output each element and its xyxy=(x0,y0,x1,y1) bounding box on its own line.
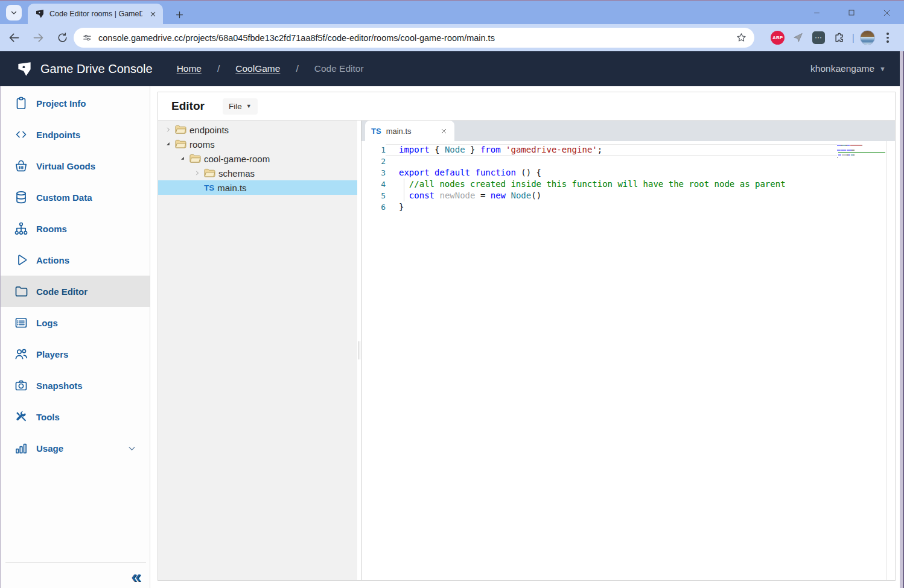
forward-button[interactable] xyxy=(30,30,46,46)
file-menu-button[interactable]: File ▼ xyxy=(223,98,258,115)
sidebar-item-actions[interactable]: Actions xyxy=(1,244,150,276)
tab-close-icon[interactable] xyxy=(147,8,158,19)
sidebar-item-label: Tools xyxy=(36,412,60,422)
token-pl: = xyxy=(475,191,490,200)
sidebar-item-label: Project Info xyxy=(36,98,86,109)
editor-tab-close-icon[interactable] xyxy=(439,126,448,136)
sidebar-item-custom-data[interactable]: Custom Data xyxy=(1,182,150,213)
adblock-extension-icon[interactable]: ABP xyxy=(768,31,788,45)
breadcrumb-project[interactable]: CoolGame xyxy=(235,63,280,74)
line-text: const newNode = new Node() xyxy=(386,190,837,201)
code-line-6[interactable]: 6} xyxy=(361,201,837,213)
editor-tab-main-ts[interactable]: TS main.ts xyxy=(365,121,454,141)
token-st: 'gamedrive-engine' xyxy=(506,145,597,154)
play-icon xyxy=(14,253,28,267)
browser-toolbar: console.gamedrive.cc/projects/68a045fbde… xyxy=(0,24,904,51)
sidebar-item-label: Usage xyxy=(36,443,63,454)
tree-collapsed-arrow-icon[interactable] xyxy=(163,125,173,135)
window-maximize-button[interactable] xyxy=(842,4,861,22)
code-line-5[interactable]: 5 const newNode = new Node() xyxy=(361,190,837,201)
token-kw: from xyxy=(480,145,501,154)
tree-expanded-arrow-icon[interactable] xyxy=(163,139,173,150)
tree-row-endpoints[interactable]: endpoints xyxy=(158,122,357,137)
tree-label: endpoints xyxy=(189,125,229,135)
code-line-4[interactable]: 4 //all nodes created inside this functi… xyxy=(361,179,837,190)
breadcrumb-home[interactable]: Home xyxy=(177,63,202,74)
window-close-button[interactable] xyxy=(877,4,896,22)
sidebar-item-snapshots[interactable]: Snapshots xyxy=(1,370,150,401)
chevron-down-icon: ▼ xyxy=(246,103,252,109)
bookmark-star-icon[interactable] xyxy=(736,32,747,43)
sidebar-item-endpoints[interactable]: Endpoints xyxy=(1,119,150,150)
tree-expanded-arrow-icon[interactable] xyxy=(177,154,188,164)
browser-menu-button[interactable] xyxy=(877,33,898,43)
reload-button[interactable] xyxy=(54,30,70,46)
token-kw: new xyxy=(491,191,506,200)
new-tab-button[interactable] xyxy=(171,7,187,22)
token-ty: Node xyxy=(445,145,465,154)
line-number: 3 xyxy=(361,167,386,179)
sidebar-item-code-editor[interactable]: Code Editor xyxy=(1,276,150,307)
profile-avatar[interactable] xyxy=(857,30,877,45)
token-ty: Node xyxy=(511,191,532,200)
code-line-2[interactable]: 2 xyxy=(361,156,837,167)
extensions-puzzle-icon[interactable] xyxy=(829,32,850,44)
line-text: export default function () { xyxy=(386,167,837,179)
folder-icon xyxy=(175,139,186,149)
line-number: 2 xyxy=(361,156,386,167)
sidebar-item-logs[interactable]: Logs xyxy=(1,307,150,338)
window-minimize-button[interactable] xyxy=(807,4,826,22)
url-bar[interactable]: console.gamedrive.cc/projects/68a045fbde… xyxy=(74,28,754,48)
window-frame-right xyxy=(900,51,904,588)
tab-title: Code Editor rooms | GameDrive xyxy=(49,10,142,18)
paper-plane-extension-icon[interactable] xyxy=(788,32,809,43)
code-area[interactable]: 1import { Node } from 'gamedrive-engine'… xyxy=(361,141,895,580)
sidebar-item-project-info[interactable]: Project Info xyxy=(1,87,150,119)
tab-search-button[interactable] xyxy=(6,5,22,21)
editor-scrollbar[interactable] xyxy=(886,141,895,580)
sidebar-collapse-button[interactable]: « xyxy=(131,567,141,586)
code-lines[interactable]: 1import { Node } from 'gamedrive-engine'… xyxy=(361,141,837,580)
basket-icon xyxy=(14,159,28,173)
sidebar-item-players[interactable]: Players xyxy=(1,338,150,370)
sidebar-item-rooms[interactable]: Rooms xyxy=(1,213,150,244)
back-button[interactable] xyxy=(6,30,22,46)
sidebar-divider xyxy=(5,562,146,563)
arrow-placeholder xyxy=(192,183,202,193)
tree-row-schemas[interactable]: schemas xyxy=(158,166,357,180)
splitter-handle-icon xyxy=(358,341,360,359)
code-line-1[interactable]: 1import { Node } from 'gamedrive-engine'… xyxy=(361,144,837,156)
token-pl: } xyxy=(399,202,404,212)
ts-file-icon: TS xyxy=(204,183,214,192)
line-text xyxy=(386,156,837,167)
url-text[interactable]: console.gamedrive.cc/projects/68a045fbde… xyxy=(98,33,736,43)
token-pl: () { xyxy=(516,168,541,177)
tree-row-main-ts[interactable]: TSmain.ts xyxy=(158,180,357,195)
sitemap-icon xyxy=(14,221,28,236)
chevron-down-icon: ▼ xyxy=(879,65,886,72)
kebab-menu-icon xyxy=(886,33,889,43)
tree-row-rooms[interactable]: rooms xyxy=(158,137,357,151)
code-line-3[interactable]: 3export default function () { xyxy=(361,167,837,179)
sidebar-item-virtual-goods[interactable]: Virtual Goods xyxy=(1,150,150,182)
token-pl xyxy=(501,145,506,154)
token-pl: ; xyxy=(597,145,602,154)
database-icon xyxy=(14,190,28,204)
tree-collapsed-arrow-icon[interactable] xyxy=(192,168,202,179)
gamedrive-logo-icon xyxy=(16,61,33,77)
browser-tab[interactable]: Code Editor rooms | GameDrive xyxy=(28,4,163,24)
editor-card: Editor File ▼ endpointsroomscool-game-ro… xyxy=(158,92,896,581)
token-pl xyxy=(506,191,511,200)
sidebar-item-usage[interactable]: Usage xyxy=(1,432,150,464)
site-settings-icon[interactable] xyxy=(82,33,92,43)
list-icon xyxy=(14,315,28,330)
sidebar-item-tools[interactable]: Tools xyxy=(1,401,150,432)
minimap[interactable] xyxy=(837,141,886,580)
password-manager-extension-icon[interactable]: ··· xyxy=(809,31,829,44)
user-menu[interactable]: khonkaengame ▼ xyxy=(810,63,886,74)
file-tree: endpointsroomscool-game-roomschemasTSmai… xyxy=(158,121,357,580)
sidebar-nav: Project InfoEndpointsVirtual GoodsCustom… xyxy=(1,86,150,464)
folder-icon xyxy=(189,154,201,163)
tree-row-cool-game-room[interactable]: cool-game-room xyxy=(158,151,357,166)
panel-splitter[interactable] xyxy=(357,121,361,580)
